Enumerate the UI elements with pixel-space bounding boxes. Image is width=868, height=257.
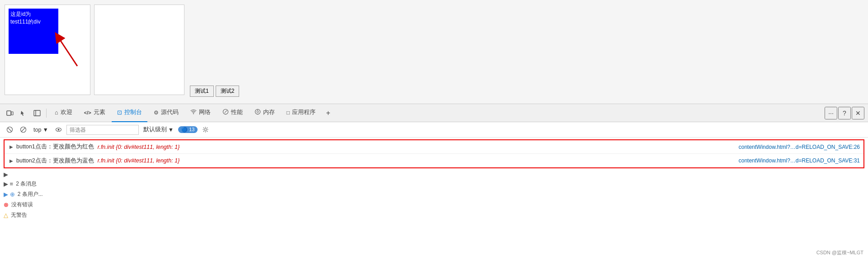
tab-welcome[interactable]: ⌂ 欢迎 bbox=[49, 104, 78, 122]
tab-console[interactable]: ⊡ 控制台 bbox=[112, 104, 147, 122]
tab-performance-label: 性能 bbox=[231, 109, 243, 116]
svg-point-6 bbox=[193, 113, 194, 114]
level-dropdown-icon: ▼ bbox=[168, 127, 174, 133]
tab-performance[interactable]: 性能 bbox=[217, 104, 248, 122]
expand-row[interactable]: ▶ bbox=[0, 170, 868, 179]
tab-application[interactable]: □ 应用程序 bbox=[281, 104, 321, 122]
tab-elements[interactable]: </> 元素 bbox=[79, 104, 111, 122]
msg-row-user: ▶ ⊕ 2 条用户... bbox=[0, 189, 868, 200]
device-toggle-button[interactable] bbox=[4, 107, 16, 119]
no-circle-button[interactable] bbox=[17, 124, 29, 136]
user-icon: ▶ ⊕ bbox=[4, 191, 15, 198]
expand-icon: ▶ bbox=[4, 171, 8, 178]
wifi-icon bbox=[190, 109, 197, 115]
msg-user-label: 2 条用户... bbox=[18, 190, 43, 198]
performance-icon bbox=[222, 109, 229, 116]
context-selector[interactable]: top ▼ bbox=[31, 126, 51, 134]
message-count-text: 🔵 bbox=[181, 127, 188, 132]
level-selector[interactable]: 默认级别 ▼ bbox=[141, 125, 176, 134]
tab-sources[interactable]: ⚙ 源代码 bbox=[148, 104, 184, 122]
test2-button[interactable]: 测试2 bbox=[216, 86, 240, 97]
clear-icon bbox=[6, 126, 13, 133]
log-row-2: ▶ button2点击：更改颜色为蓝色 r.fn.init {0: div#te… bbox=[5, 154, 863, 167]
log-row-1: ▶ button1点击：更改颜色为红色 r.fn.init {0: div#te… bbox=[5, 140, 863, 154]
inspect-button[interactable] bbox=[17, 107, 30, 119]
device-icon bbox=[6, 109, 14, 117]
filter-input[interactable] bbox=[66, 125, 139, 135]
sources-icon: ⚙ bbox=[154, 109, 159, 116]
test1-button[interactable]: 测试1 bbox=[190, 86, 214, 97]
list-icon: ▶ ≡ bbox=[4, 181, 13, 187]
msg-row-error: ⊗ 没有错误 bbox=[0, 200, 868, 210]
msg-row-warn: △ 无警告 bbox=[0, 210, 868, 220]
message-count-number: 13 bbox=[189, 127, 194, 132]
sidebar-icon bbox=[33, 109, 41, 117]
level-label: 默认级别 bbox=[143, 126, 167, 133]
tab-network[interactable]: 网络 bbox=[185, 104, 216, 122]
tab-memory[interactable]: 内存 bbox=[249, 104, 280, 122]
devtools-tabbar: ⌂ 欢迎 </> 元素 ⊡ 控制台 ⚙ 源代码 网 bbox=[0, 104, 868, 122]
clear-console-button[interactable] bbox=[4, 124, 15, 136]
log-text-1: button1点击：更改颜色为红色 bbox=[16, 143, 94, 151]
tab-elements-label: 元素 bbox=[94, 109, 105, 116]
log-source-1[interactable]: contentWindow.html?…d=RELOAD_ON_SAVE:26 bbox=[739, 144, 860, 150]
mem-icon bbox=[255, 109, 261, 115]
settings-button[interactable] bbox=[199, 124, 211, 136]
eye-button[interactable] bbox=[53, 124, 65, 136]
help-button[interactable]: ? bbox=[838, 107, 851, 119]
tab-memory-label: 内存 bbox=[263, 109, 275, 116]
console-toolbar: top ▼ 默认级别 ▼ 🔵 13 bbox=[0, 122, 868, 138]
expand-btn-1[interactable]: ▶ bbox=[8, 144, 14, 150]
devtools-panel: ⌂ 欢迎 </> 元素 ⊡ 控制台 ⚙ 源代码 网 bbox=[0, 104, 868, 257]
memory-icon bbox=[255, 109, 261, 116]
svg-line-12 bbox=[8, 128, 11, 132]
msg-row-list: ▶ ≡ 2 条消息 bbox=[0, 179, 868, 189]
svg-point-16 bbox=[58, 129, 60, 131]
log-object-2[interactable]: r.fn.init {0: div#test111, length: 1} bbox=[98, 157, 180, 164]
blue-box: 这是id为 test111的div bbox=[9, 9, 58, 54]
tab-console-label: 控制台 bbox=[124, 109, 142, 116]
msg-list-label: 2 条消息 bbox=[16, 180, 37, 188]
close-devtools-button[interactable]: ✕ bbox=[852, 107, 864, 119]
svg-rect-2 bbox=[7, 111, 11, 115]
console-icon: ⊡ bbox=[117, 109, 122, 116]
tab-network-label: 网络 bbox=[199, 109, 211, 116]
tab-application-label: 应用程序 bbox=[292, 109, 316, 116]
preview-right-panel bbox=[94, 5, 184, 95]
svg-rect-3 bbox=[11, 112, 13, 115]
error-icon: ⊗ bbox=[4, 201, 9, 208]
more-options-button[interactable]: ··· bbox=[825, 107, 837, 119]
message-count-badge: 🔵 13 bbox=[178, 126, 198, 133]
gear-icon bbox=[202, 126, 209, 133]
sidebar-button[interactable] bbox=[31, 107, 43, 119]
app-icon: □ bbox=[287, 109, 290, 116]
perf-icon bbox=[222, 109, 229, 115]
eye-icon bbox=[55, 126, 62, 133]
inspect-icon bbox=[20, 109, 27, 117]
add-tab-button[interactable]: + bbox=[322, 107, 335, 119]
separator bbox=[46, 109, 47, 118]
svg-line-14 bbox=[21, 128, 25, 132]
msg-error-label: 没有错误 bbox=[11, 201, 33, 209]
svg-point-9 bbox=[257, 111, 259, 113]
dropdown-arrow-icon: ▼ bbox=[42, 127, 48, 133]
msg-warn-label: 无警告 bbox=[11, 211, 27, 219]
network-icon bbox=[190, 109, 197, 116]
svg-rect-4 bbox=[34, 110, 40, 116]
preview-left-panel: 这是id为 test111的div bbox=[5, 5, 90, 95]
context-label: top bbox=[33, 127, 41, 133]
log-text-2: button2点击：更改颜色为蓝色 bbox=[16, 157, 94, 165]
preview-area: 这是id为 test111的div 测试1 测试2 bbox=[0, 0, 868, 104]
warn-icon: △ bbox=[4, 212, 8, 219]
log-source-2[interactable]: contentWindow.html?…d=RELOAD_ON_SAVE:31 bbox=[739, 157, 860, 164]
tab-sources-label: 源代码 bbox=[161, 109, 179, 116]
status-text: CSDN @监稞~MLGT bbox=[816, 250, 863, 255]
test-buttons-row: 测试1 测试2 bbox=[190, 86, 239, 97]
log-object-1[interactable]: r.fn.init {0: div#test111, length: 1} bbox=[98, 144, 180, 150]
elements-icon: </> bbox=[84, 110, 91, 115]
blue-box-text: 这是id为 test111的div bbox=[10, 10, 41, 26]
console-content: ▶ button1点击：更改颜色为红色 r.fn.init {0: div#te… bbox=[0, 138, 868, 257]
expand-btn-2[interactable]: ▶ bbox=[8, 157, 14, 164]
svg-line-1 bbox=[58, 37, 77, 66]
block-icon bbox=[20, 126, 27, 133]
